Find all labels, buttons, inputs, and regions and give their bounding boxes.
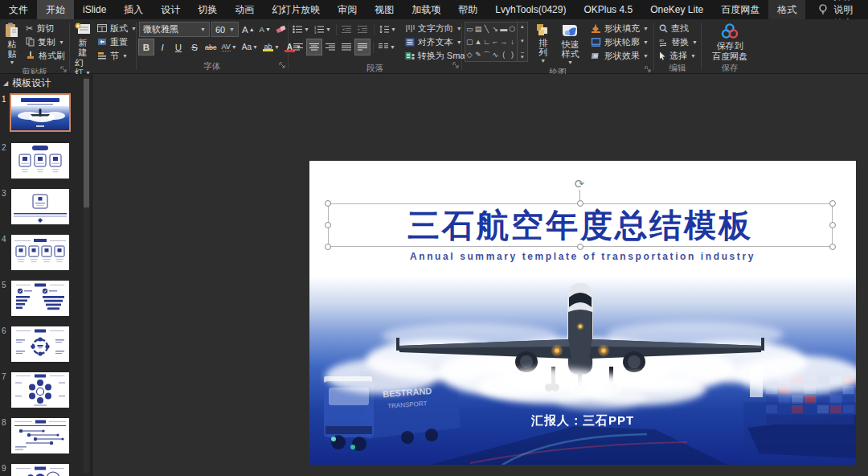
title-textbox[interactable]: 三石航空年度总结模板: [328, 203, 833, 247]
resize-handle-top-center[interactable]: [577, 200, 583, 207]
shape-icon[interactable]: ): [511, 51, 514, 59]
change-case-button[interactable]: Aa▼: [240, 39, 260, 55]
tab-baidu-netdisk[interactable]: 百度网盘: [712, 0, 768, 19]
tab-lvyhtools[interactable]: LvyhTools(0429): [486, 0, 575, 19]
clipboard-dialog-launcher[interactable]: [60, 64, 67, 75]
cut-button[interactable]: ✂ 剪切: [23, 22, 68, 35]
shape-icon[interactable]: →: [500, 38, 507, 46]
font-dialog-launcher[interactable]: [279, 60, 285, 71]
paste-button[interactable]: 粘贴 ▼: [2, 22, 22, 66]
shape-icon[interactable]: (: [502, 51, 505, 59]
shape-icon[interactable]: ⌒: [483, 50, 490, 60]
shape-icon[interactable]: ▭: [466, 25, 473, 33]
italic-button[interactable]: I: [155, 39, 170, 55]
resize-handle-top-right[interactable]: [829, 200, 836, 207]
font-size-combo[interactable]: 60▼: [211, 22, 239, 37]
justify-button[interactable]: [339, 39, 354, 55]
copy-button[interactable]: 复制 ▼: [23, 35, 68, 48]
arrange-button[interactable]: 排列 ▼: [533, 22, 554, 66]
slide-thumbnail-5[interactable]: 5: [11, 281, 71, 316]
slide-editing-area[interactable]: BESTRAND TRANSPORT: [309, 161, 856, 465]
columns-button[interactable]: ▼: [377, 39, 397, 55]
layout-button[interactable]: 版式▼: [95, 22, 139, 35]
save-to-baidu-button[interactable]: 保存到 百度网盘: [710, 22, 750, 62]
tab-home[interactable]: 开始: [37, 0, 74, 19]
slide-subtitle[interactable]: Annual summary template of transportatio…: [309, 251, 856, 262]
shape-icon[interactable]: ▢: [466, 38, 473, 46]
shape-outline-button[interactable]: 形状轮廓▼: [588, 35, 651, 48]
tab-animations[interactable]: 动画: [226, 0, 263, 19]
quick-styles-button[interactable]: 快速样式 ▼: [555, 22, 585, 66]
shape-icon[interactable]: ↘: [492, 25, 498, 33]
tab-insert[interactable]: 插入: [115, 0, 152, 19]
sidebar-scroll-thumb[interactable]: [84, 79, 89, 207]
shapes-gallery[interactable]: ▭▤╲↘▬⬡ ▢▲∟⌐→↓ ◇✎⌒∿() ▴ ▾ ▾: [465, 22, 528, 62]
tab-okplus[interactable]: OKPlus 4.5: [575, 0, 641, 19]
clear-formatting-button[interactable]: [274, 22, 289, 37]
tab-file[interactable]: 文件: [0, 0, 37, 19]
select-button[interactable]: 选择▼: [657, 49, 700, 62]
shapes-scroll-down[interactable]: ▾: [521, 38, 524, 44]
shape-icon[interactable]: ↓: [510, 38, 514, 46]
shape-icon[interactable]: ∿: [492, 51, 498, 59]
line-spacing-button[interactable]: ▼: [378, 22, 398, 37]
shape-icon[interactable]: ▲: [474, 38, 481, 46]
bullets-button[interactable]: ▼: [291, 22, 311, 37]
shape-icon[interactable]: ▬: [500, 25, 507, 33]
shape-icon[interactable]: ╲: [485, 25, 489, 33]
shape-icon[interactable]: ◇: [467, 51, 473, 59]
shape-icon[interactable]: ⌐: [493, 38, 497, 46]
section-button[interactable]: 节▼: [95, 49, 139, 62]
shapes-more-button[interactable]: ▾: [521, 52, 524, 60]
resize-handle-bottom-right[interactable]: [829, 244, 836, 250]
tab-addins[interactable]: 加载项: [403, 0, 449, 19]
tab-format[interactable]: 格式: [768, 0, 805, 19]
section-collapse-icon[interactable]: ◢: [3, 80, 8, 87]
tab-onekey[interactable]: OneKey Lite: [641, 0, 712, 19]
slide-thumbnail-7[interactable]: 7: [11, 372, 71, 408]
section-header[interactable]: ◢ 模板设计: [0, 74, 92, 92]
tab-islide[interactable]: iSlide: [74, 0, 115, 19]
tell-me-search[interactable]: 操作说明搜索: [810, 0, 868, 19]
grow-font-button[interactable]: A▲: [240, 22, 256, 37]
shadow-strike-button[interactable]: S: [187, 39, 202, 55]
strikethrough-button[interactable]: abc: [203, 39, 219, 55]
presenter-text[interactable]: 汇报人：三石PPT: [309, 413, 856, 429]
shapes-scroll-up[interactable]: ▴: [521, 23, 524, 30]
rotation-handle[interactable]: ⟳: [572, 177, 587, 191]
font-name-combo[interactable]: 微软雅黑▼: [139, 22, 210, 37]
paragraph-dialog-launcher[interactable]: [452, 60, 459, 71]
shape-icon[interactable]: ▤: [475, 25, 482, 33]
shape-fill-button[interactable]: 形状填充▼: [588, 22, 651, 35]
tab-review[interactable]: 审阅: [329, 0, 366, 19]
sidebar-scrollbar[interactable]: [84, 77, 89, 473]
resize-handle-mid-right[interactable]: [829, 222, 836, 228]
increase-indent-button[interactable]: [356, 22, 371, 37]
resize-handle-bottom-left[interactable]: [325, 244, 331, 250]
resize-handle-bottom-center[interactable]: [577, 244, 583, 250]
slide-thumbnail-6[interactable]: 6: [11, 326, 71, 362]
numbering-button[interactable]: 123 ▼: [313, 22, 333, 37]
tab-view[interactable]: 视图: [366, 0, 403, 19]
shape-icon[interactable]: ✎: [475, 51, 481, 59]
bold-button[interactable]: B: [139, 39, 154, 55]
slide-thumbnail-8[interactable]: 8: [11, 418, 71, 453]
underline-button[interactable]: U: [171, 39, 186, 55]
slide-thumbnail-4[interactable]: 4: [11, 235, 71, 270]
character-spacing-button[interactable]: AV▼: [220, 39, 239, 55]
resize-handle-top-left[interactable]: [325, 200, 331, 207]
find-button[interactable]: 查找: [657, 22, 700, 35]
shape-effects-button[interactable]: 形状效果▼: [588, 49, 651, 62]
slide-thumbnail-1[interactable]: 1: [11, 95, 71, 130]
align-left-button[interactable]: [291, 39, 305, 55]
decrease-indent-button[interactable]: [340, 22, 354, 37]
slide-thumbnail-2[interactable]: 2: [11, 143, 71, 178]
distribute-button[interactable]: [355, 39, 370, 55]
format-painter-button[interactable]: 格式刷: [23, 49, 68, 62]
shrink-font-button[interactable]: A▼: [258, 22, 272, 37]
replace-button[interactable]: ab 替换▼: [657, 35, 700, 48]
slide-thumbnail-3[interactable]: 3: [11, 189, 71, 224]
resize-handle-mid-left[interactable]: [325, 222, 331, 228]
align-center-button[interactable]: [307, 39, 321, 55]
drawing-dialog-launcher[interactable]: [645, 64, 651, 75]
